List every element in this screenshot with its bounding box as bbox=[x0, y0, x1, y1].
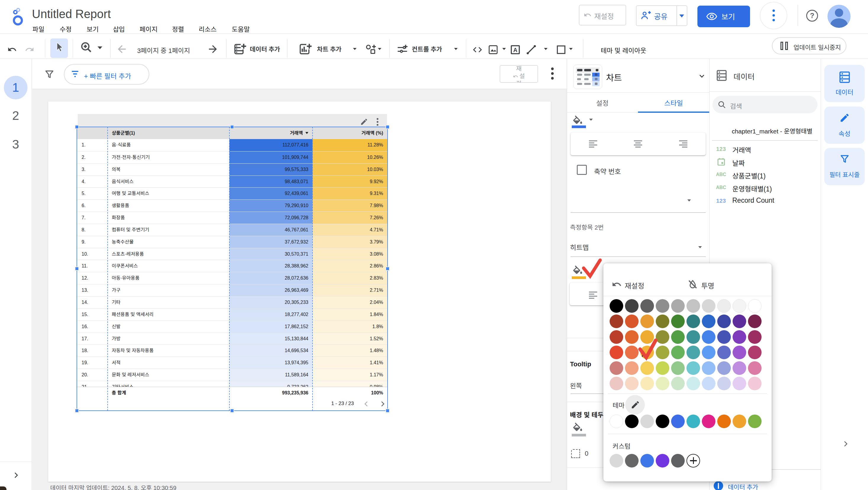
svg-text:A: A bbox=[513, 47, 517, 53]
